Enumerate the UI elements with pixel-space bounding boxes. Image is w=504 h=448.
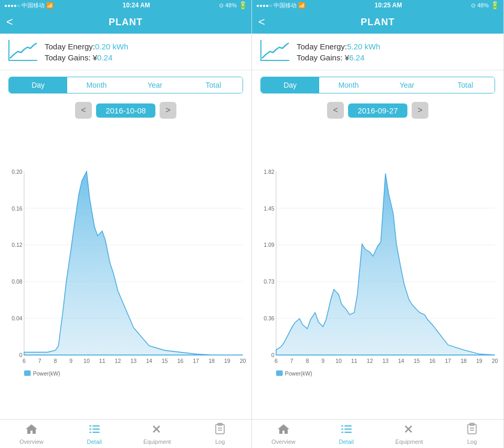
date-badge[interactable]: 2016-09-27	[348, 103, 407, 118]
svg-text:13: 13	[130, 358, 136, 364]
status-carrier: ●●●●○ 中国移动 📶	[4, 2, 54, 9]
nav-label-log: Log	[467, 439, 477, 445]
nav-label-log: Log	[215, 439, 225, 445]
svg-text:12: 12	[115, 358, 121, 364]
nav-icon-overview	[277, 423, 290, 437]
svg-text:8: 8	[306, 358, 309, 364]
nav-icon-overview	[25, 423, 38, 437]
tab-selector: DayMonthYearTotal	[260, 77, 495, 93]
svg-rect-30	[24, 370, 31, 376]
svg-text:7: 7	[38, 358, 41, 364]
nav-label-detail: Detail	[339, 439, 354, 445]
tab-selector: DayMonthYearTotal	[8, 77, 243, 93]
svg-text:13: 13	[382, 358, 388, 364]
svg-text:7: 7	[290, 358, 293, 364]
svg-rect-78	[341, 429, 343, 430]
nav-item-detail[interactable]: Detail	[315, 420, 378, 448]
svg-text:0.16: 0.16	[12, 205, 23, 212]
svg-text:12: 12	[367, 358, 373, 364]
date-nav: < 2016-10-08 >	[0, 102, 251, 119]
phone-panel-1: ●●●●○ 中国移动 📶 10:25 AM ⊙ 48% 🔋 < PLANT To…	[252, 0, 504, 448]
status-time: 10:25 AM	[374, 2, 402, 9]
svg-rect-0	[8, 60, 37, 61]
svg-text:6: 6	[275, 358, 278, 364]
nav-item-equipment[interactable]: Equipment	[126, 420, 189, 448]
nav-item-overview[interactable]: Overview	[0, 420, 63, 448]
tab-year[interactable]: Year	[126, 77, 184, 93]
date-badge[interactable]: 2016-10-08	[96, 103, 155, 118]
svg-text:15: 15	[162, 358, 168, 364]
today-energy: Today Energy:0.20 kWh	[45, 42, 128, 51]
svg-text:15: 15	[414, 358, 420, 364]
tab-day[interactable]: Day	[261, 77, 319, 93]
nav-item-detail[interactable]: Detail	[63, 420, 126, 448]
prev-date-button[interactable]: <	[75, 102, 92, 119]
nav-item-overview[interactable]: Overview	[252, 420, 315, 448]
prev-date-button[interactable]: <	[327, 102, 344, 119]
tab-month[interactable]: Month	[67, 77, 125, 93]
next-date-button[interactable]: >	[160, 102, 176, 119]
svg-text:9: 9	[321, 358, 324, 364]
back-button[interactable]: <	[258, 15, 265, 29]
nav-icon-log	[213, 423, 227, 437]
svg-text:8: 8	[54, 358, 57, 364]
header: < PLANT	[252, 11, 503, 34]
svg-text:16: 16	[177, 358, 184, 364]
svg-rect-80	[341, 432, 343, 433]
back-button[interactable]: <	[6, 15, 13, 29]
nav-icon-equipment	[150, 423, 164, 437]
nav-item-equipment[interactable]: Equipment	[378, 420, 441, 448]
battery: 48%	[477, 2, 489, 8]
nav-icon-equipment	[402, 423, 416, 437]
svg-text:0.36: 0.36	[264, 315, 275, 321]
svg-text:0.08: 0.08	[12, 278, 23, 285]
svg-text:1.82: 1.82	[264, 169, 275, 175]
svg-text:14: 14	[398, 358, 404, 364]
svg-rect-45	[260, 40, 261, 61]
tab-total[interactable]: Total	[184, 77, 243, 93]
svg-rect-76	[341, 425, 343, 426]
svg-text:0.20: 0.20	[12, 169, 23, 175]
status-bar: ●●●●○ 中国移动 📶 10:25 AM ⊙ 48% 🔋	[252, 0, 503, 11]
svg-text:0.04: 0.04	[12, 315, 23, 321]
header: < PLANT	[0, 11, 251, 34]
tab-month[interactable]: Month	[319, 77, 377, 93]
svg-text:10: 10	[83, 358, 90, 364]
status-carrier: ●●●●○ 中国移动 📶	[256, 2, 306, 9]
svg-rect-81	[344, 432, 352, 433]
svg-text:0.73: 0.73	[264, 278, 275, 285]
energy-text: Today Energy:0.20 kWh Today Gains: ¥0.24	[45, 42, 128, 62]
tab-total[interactable]: Total	[436, 77, 495, 93]
next-date-button[interactable]: >	[412, 102, 428, 119]
svg-text:17: 17	[193, 358, 199, 364]
page-title: PLANT	[109, 17, 143, 28]
svg-rect-37	[92, 432, 100, 433]
nav-item-log[interactable]: Log	[188, 420, 251, 448]
svg-text:17: 17	[445, 358, 451, 364]
svg-rect-79	[344, 429, 352, 430]
bottom-nav: Overview Detail Equipment Log	[0, 419, 251, 448]
nav-item-log[interactable]: Log	[440, 420, 503, 448]
chart-area: 1.821.451.090.730.360 678910111213141516…	[252, 123, 503, 419]
svg-text:Power(kW): Power(kW)	[285, 370, 312, 377]
chart-svg: 1.821.451.090.730.360 678910111213141516…	[256, 125, 499, 419]
svg-text:20: 20	[492, 358, 498, 364]
battery-icon: 🔋	[490, 1, 499, 9]
svg-rect-1	[8, 40, 9, 61]
svg-text:9: 9	[69, 358, 72, 364]
svg-text:6: 6	[23, 358, 26, 364]
energy-chart-icon	[8, 40, 37, 64]
svg-text:Power(kW): Power(kW)	[33, 370, 60, 377]
wifi-icon: 📶	[298, 2, 306, 9]
battery: 48%	[225, 2, 237, 8]
svg-text:18: 18	[460, 358, 467, 364]
today-energy: Today Energy:5.20 kWh	[297, 42, 380, 51]
svg-text:18: 18	[208, 358, 215, 364]
phone-panel-0: ●●●●○ 中国移动 📶 10:24 AM ⊙ 48% 🔋 < PLANT To…	[0, 0, 252, 448]
tab-day[interactable]: Day	[9, 77, 67, 93]
svg-rect-32	[89, 425, 91, 426]
energy-chart-icon	[260, 40, 289, 64]
svg-rect-77	[344, 425, 352, 426]
tab-year[interactable]: Year	[378, 77, 436, 93]
chart-svg: 0.200.160.120.080.040 678910111213141516…	[4, 125, 247, 419]
